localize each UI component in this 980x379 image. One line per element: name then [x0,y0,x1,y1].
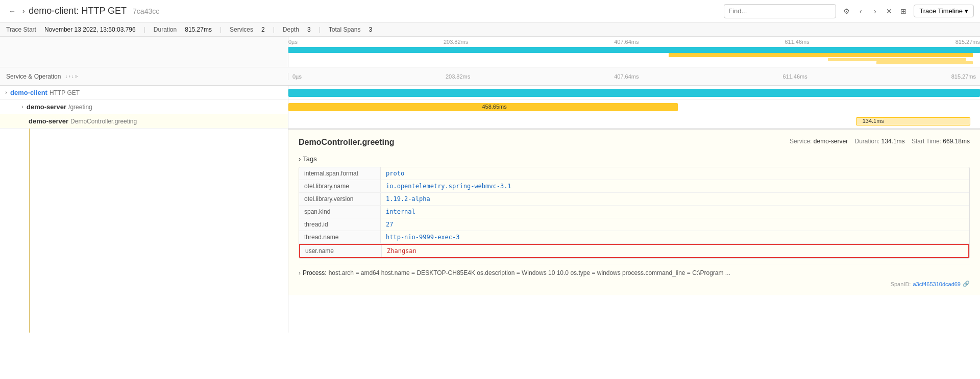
col-header-right: 0µs 203.82ms 407.64ms 611.46ms 815.27ms [288,73,980,80]
sep2: | [220,26,222,33]
span-op-1: HTTP GET [50,89,80,96]
v-line-tree [29,129,288,333]
trace-timeline-label: Trace Timeline [919,7,963,15]
timeline-tick-h-0: 0µs [292,73,302,80]
back-button[interactable]: ← [6,5,18,17]
left-panel: › demo-client HTTP GET › demo-server /gr… [0,86,288,333]
service-meta-value: demo-server [814,138,848,145]
tags-section: › Tags internal.span.formatprotootel.lib… [299,155,970,259]
span-bar-light [856,117,970,125]
timeline-tick-h-1: 203.82ms [446,73,470,80]
timeline-row-2: 458.65ms [288,100,980,114]
tag-row: thread.id27 [299,218,969,231]
close-icon[interactable]: ✕ [883,5,895,17]
tag-key: user.name [300,245,382,257]
span-row-3[interactable]: demo-server DemoController.greeting [0,114,288,129]
content-area: › demo-client HTTP GET › demo-server /gr… [0,86,980,333]
overview-light-bar-2 [876,61,973,64]
tag-value: 1.19.2-alpha [381,193,969,205]
tick-0: 0µs [288,39,298,45]
span-op-2: /greeting [68,104,92,111]
tag-key: internal.span.format [299,167,381,180]
starttime-meta-value: 669.18ms [943,138,970,145]
sort-down2-icon[interactable]: ↓ [71,73,74,79]
sep4: | [319,26,321,33]
tag-key: thread.id [299,218,381,231]
collapse-icon: › [22,7,24,15]
tag-value: 27 [381,218,969,231]
total-spans-value: 3 [369,26,372,33]
service-operation-label: Service & Operation [6,73,61,80]
prev-icon[interactable]: ‹ [854,5,867,17]
span-op-3: DemoController.greeting [70,118,137,125]
trace-title: demo-client: HTTP GET [29,6,127,16]
collapse-icon-1[interactable]: › [2,90,10,95]
timeline-minimap: 0µs 203.82ms 407.64ms 611.46ms 815.27ms [0,37,980,67]
minimap-left-spacer [0,37,288,67]
detail-panel: DemoController.greeting Service: demo-se… [288,129,980,295]
trace-timeline-button[interactable]: Trace Timeline ▾ [914,5,974,17]
process-section[interactable]: › Process: host.arch = amd64 host.name =… [299,265,970,276]
trace-id: 7ca43cc [133,7,159,15]
span-row-1[interactable]: › demo-client HTTP GET [0,86,288,100]
tick-3: 611.46ms [785,39,809,45]
service-name-1: demo-client [10,89,47,96]
sep3: | [273,26,275,33]
tag-key: otel.library.version [299,193,381,205]
tag-key: otel.library.name [299,180,381,192]
header-icons: ⚙ ‹ › ✕ ⊞ [840,5,910,17]
duration-meta-label: Duration: [855,138,880,145]
depth-value: 3 [307,26,311,33]
process-label: Process: [303,269,327,276]
tag-value: http-nio-9999-exec-3 [381,231,969,243]
span-id-value[interactable]: a3cf465310dcad69 [913,281,961,287]
duration-meta-value: 134.1ms [881,138,905,145]
tag-row: thread.namehttp-nio-9999-exec-3 [299,231,969,244]
minimap-right: 0µs 203.82ms 407.64ms 611.46ms 815.27ms [288,37,980,67]
duration-value: 815.27ms [185,26,212,33]
collapse-icon-2[interactable]: › [18,104,27,110]
span-id-row: SpanID: a3cf465310dcad69 🔗 [299,281,970,287]
settings-icon[interactable]: ⚙ [840,5,852,17]
tag-row: otel.library.nameio.opentelemetry.spring… [299,180,969,193]
sort-right2-icon[interactable]: » [75,73,78,79]
right-panel: 458.65ms 134.1ms DemoController.greeting… [288,86,980,333]
tag-row: otel.library.version1.19.2-alpha [299,193,969,206]
sep1: | [144,26,145,33]
timeline-tick-h-4: 815.27ms [951,73,976,80]
tags-collapse-icon: › [299,155,301,163]
service-meta-label: Service: [790,138,812,145]
tags-header[interactable]: › Tags [299,155,970,163]
sort-right-icon[interactable]: › [68,73,70,79]
overview-teal-bar [288,47,980,53]
timeline-row-1 [288,86,980,100]
tag-key: thread.name [299,231,381,243]
overview-yellow-bar [669,53,973,57]
process-collapse-icon: › [299,269,301,276]
tick-1: 203.82ms [444,39,468,45]
tick-4: 815.27ms [955,39,980,45]
timeline-row-3: 134.1ms [288,114,980,129]
sort-down-icon[interactable]: ↓ [65,73,67,79]
service-name-3: demo-server [29,117,68,125]
next-icon[interactable]: › [869,5,881,17]
services-label: Services [230,26,253,33]
timeline-tick-h-3: 611.46ms [782,73,807,80]
trace-start-label: Trace Start [6,26,36,33]
find-input[interactable] [724,4,836,18]
total-spans-label: Total Spans [329,26,361,33]
span-id-label: SpanID: [891,281,911,287]
tag-key: span.kind [299,206,381,218]
minimap-bar-area [288,45,980,63]
trace-info-bar: Trace Start November 13 2022, 13:50:03.7… [0,22,980,37]
span-row-2[interactable]: › demo-server /greeting [0,100,288,114]
process-values: host.arch = amd64 host.name = DESKTOP-CH… [329,269,730,276]
copy-link-icon[interactable]: 🔗 [963,281,970,287]
header-bar: ← › demo-client: HTTP GET 7ca43cc ⚙ ‹ › … [0,0,980,22]
timeline-tick-h-2: 407.64ms [614,73,639,80]
span-bar-teal [288,89,980,97]
trace-start-value: November 13 2022, 13:50:03.796 [44,26,136,33]
services-value: 2 [261,26,265,33]
tag-row: internal.span.formatproto [299,167,969,180]
grid-icon[interactable]: ⊞ [897,5,910,17]
